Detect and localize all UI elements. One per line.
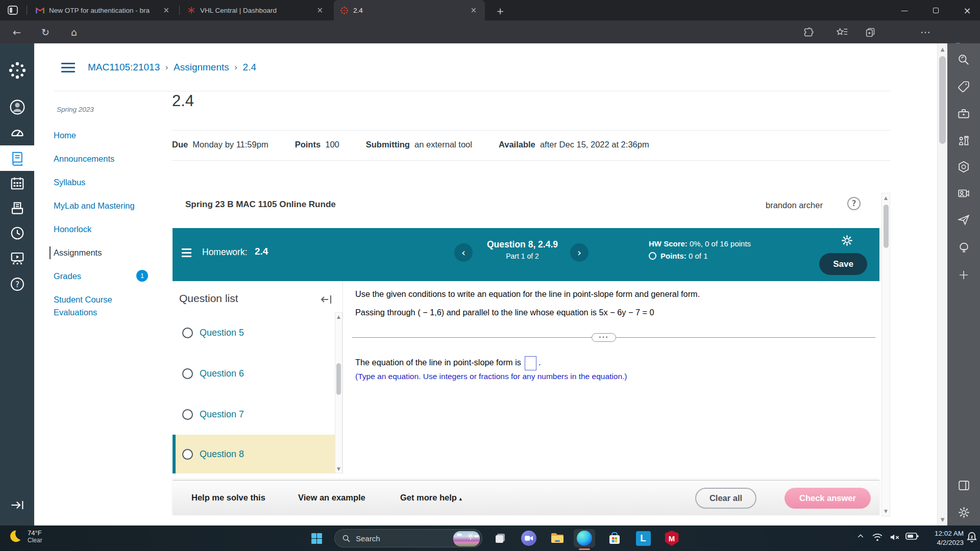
check-answer-button[interactable]: Check answer <box>785 488 871 509</box>
sidebar-camera-icon[interactable] <box>947 183 980 204</box>
question-status-radio[interactable] <box>182 449 193 460</box>
sidebar-tree-icon[interactable] <box>947 237 980 258</box>
course-nav-evaluations[interactable]: Student Course Evaluations <box>54 293 145 319</box>
task-view-button[interactable] <box>491 529 509 547</box>
collapse-list-icon[interactable] <box>320 293 333 306</box>
taskbar-search[interactable]: Search <box>334 529 482 547</box>
mylab-help-icon[interactable]: ? <box>847 197 861 210</box>
refresh-button[interactable]: ↻ <box>37 23 54 41</box>
sidebar-item-courses[interactable] <box>0 145 34 171</box>
tab-gmail[interactable]: New OTP for authentication - bra × <box>30 0 178 20</box>
mylab-settings-gear-icon[interactable] <box>841 235 853 246</box>
sidebar-item-studio[interactable] <box>0 245 34 271</box>
scroll-down-icon[interactable]: ▼ <box>938 517 947 522</box>
scroll-up-icon[interactable]: ▲ <box>882 193 890 201</box>
expand-nav-icon[interactable] <box>0 492 34 518</box>
weather-widget[interactable]: 74°F Clear <box>7 529 42 544</box>
scroll-up-icon[interactable]: ▲ <box>335 313 342 319</box>
get-more-help-button[interactable]: Get more help ▴ <box>400 493 462 503</box>
course-nav-toggle[interactable] <box>61 63 75 72</box>
sidebar-item-help[interactable]: ? <box>0 271 34 297</box>
question-list-scrollbar[interactable]: ▲ ▼ <box>335 312 342 473</box>
sidebar-item-history[interactable] <box>0 220 34 246</box>
page-scrollbar[interactable]: ▲ ▼ <box>937 43 947 525</box>
new-tab-button[interactable]: + <box>493 4 507 17</box>
clock[interactable]: 12:02 AM 4/2/2023 <box>923 529 964 547</box>
mcafee-button[interactable]: M <box>663 529 681 547</box>
splitter-drag-handle[interactable]: ••• <box>592 333 616 342</box>
question-status-radio[interactable] <box>182 409 193 420</box>
breadcrumb-course[interactable]: MAC1105:21013 <box>88 62 160 72</box>
chat-button[interactable] <box>520 529 538 547</box>
sidebar-shopping-tag-icon[interactable] <box>947 76 980 97</box>
start-button[interactable] <box>307 529 326 547</box>
scrollbar-thumb[interactable] <box>939 56 946 144</box>
tab-actions-menu-icon[interactable] <box>7 5 18 16</box>
sidebar-drop-plane-icon[interactable] <box>947 209 980 231</box>
tray-chevron-icon[interactable] <box>856 532 865 540</box>
question-list-item[interactable]: Question 7 <box>173 394 335 435</box>
course-nav-honorlock[interactable]: Honorlock <box>54 223 145 236</box>
help-me-solve-button[interactable]: Help me solve this <box>191 493 265 503</box>
sidebar-item-inbox[interactable] <box>0 195 34 221</box>
course-nav-syllabus[interactable]: Syllabus <box>54 176 145 189</box>
course-nav-home[interactable]: Home <box>54 129 145 142</box>
course-nav-mylab[interactable]: MyLab and Mastering <box>54 199 145 212</box>
question-list-item[interactable]: Question 5 <box>173 312 335 353</box>
answer-input[interactable] <box>525 356 536 370</box>
sidebar-panel-icon[interactable] <box>947 474 980 496</box>
sidebar-customize-plus-icon[interactable] <box>947 264 980 286</box>
tab-vhl[interactable]: VHL Central | Dashboard × <box>181 0 331 20</box>
volume-muted-icon[interactable] <box>889 532 900 542</box>
next-question-button[interactable]: › <box>570 243 589 262</box>
breadcrumb-assignments[interactable]: Assignments <box>174 62 229 72</box>
course-nav-announcements[interactable]: Announcements <box>54 153 145 165</box>
back-button[interactable]: ← <box>8 23 26 41</box>
scroll-down-icon[interactable]: ▼ <box>882 509 890 514</box>
settings-more-icon[interactable]: ⋯ <box>917 23 934 41</box>
store-button[interactable] <box>605 529 624 547</box>
mylab-scrollbar[interactable]: ▲ ▼ <box>881 193 890 516</box>
clear-all-button[interactable]: Clear all <box>695 488 756 509</box>
sidebar-item-account[interactable] <box>0 94 34 120</box>
question-status-radio[interactable] <box>182 328 193 338</box>
edge-browser-button[interactable] <box>574 529 595 547</box>
tab-close-icon[interactable]: × <box>313 5 326 16</box>
extensions-icon[interactable] <box>800 23 817 41</box>
question-list-item[interactable]: Question 6 <box>173 353 335 394</box>
home-button[interactable]: ⌂ <box>65 23 83 41</box>
tab-close-icon[interactable]: × <box>160 5 173 16</box>
mylab-menu-icon[interactable] <box>182 248 191 257</box>
scrollbar-thumb[interactable] <box>336 363 341 395</box>
view-example-button[interactable]: View an example <box>298 493 365 503</box>
lockdown-browser-button[interactable]: L <box>634 529 652 547</box>
sidebar-item-calendar[interactable] <box>0 170 34 196</box>
scroll-up-icon[interactable]: ▲ <box>938 43 947 52</box>
window-maximize-button[interactable] <box>924 0 947 20</box>
sidebar-search-icon[interactable] <box>947 49 980 70</box>
question-status-radio[interactable] <box>182 368 193 379</box>
file-explorer-button[interactable] <box>548 529 567 547</box>
breadcrumb-page[interactable]: 2.4 <box>243 62 256 72</box>
battery-icon[interactable] <box>905 532 919 540</box>
window-close-button[interactable]: × <box>955 0 979 20</box>
save-button[interactable]: Save <box>819 253 867 275</box>
tab-close-icon[interactable]: × <box>467 5 480 16</box>
sidebar-item-dashboard[interactable] <box>0 120 34 146</box>
previous-question-button[interactable]: ‹ <box>454 243 473 262</box>
notification-bell-icon[interactable]: z <box>966 531 978 544</box>
sidebar-games-icon[interactable] <box>947 130 980 151</box>
question-list-item-active[interactable]: Question 8 <box>173 435 335 473</box>
scrollbar-thumb[interactable] <box>884 205 889 248</box>
tab-canvas-active[interactable]: 2.4 × <box>334 0 485 20</box>
favorites-bar-icon[interactable] <box>834 23 851 41</box>
canvas-logo-icon[interactable] <box>0 56 34 85</box>
collections-icon[interactable] <box>862 23 879 41</box>
sidebar-tools-icon[interactable] <box>947 103 980 124</box>
sidebar-microsoft365-icon[interactable] <box>947 156 980 178</box>
wifi-icon[interactable] <box>872 532 883 542</box>
window-minimize-button[interactable]: — <box>893 0 916 20</box>
course-nav-grades[interactable]: Grades1 <box>54 270 145 283</box>
sidebar-settings-gear-icon[interactable] <box>947 502 980 523</box>
scroll-down-icon[interactable]: ▼ <box>335 466 342 471</box>
